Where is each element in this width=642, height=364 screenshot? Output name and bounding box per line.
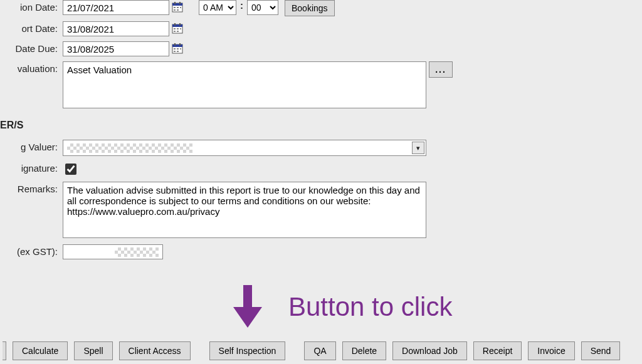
- chevron-down-icon[interactable]: ▾: [412, 142, 424, 154]
- svg-rect-3: [179, 2, 181, 4]
- send-button[interactable]: Send: [581, 341, 621, 360]
- spell-button[interactable]: Spell: [74, 341, 112, 360]
- svg-rect-16: [174, 31, 176, 32]
- svg-rect-19: [172, 44, 182, 47]
- report-date-input[interactable]: [63, 21, 169, 36]
- valuation-lookup-button[interactable]: ...: [429, 61, 453, 78]
- svg-rect-2: [174, 2, 176, 4]
- svg-rect-26: [177, 51, 179, 52]
- annotation-overlay: Button to click: [232, 285, 452, 329]
- remarks-label: Remarks:: [0, 182, 63, 194]
- annotation-text: Button to click: [288, 292, 452, 322]
- gst-label: (ex GST):: [0, 244, 63, 257]
- time-minutes-select[interactable]: 00: [247, 0, 278, 15]
- svg-rect-12: [179, 23, 181, 26]
- date-due-calendar-button[interactable]: [171, 41, 184, 55]
- calculate-button[interactable]: Calculate: [13, 341, 68, 360]
- download-job-button[interactable]: Download Job: [392, 341, 467, 360]
- svg-rect-5: [177, 7, 179, 8]
- inspection-date-label: ion Date:: [0, 0, 63, 13]
- svg-rect-13: [174, 28, 176, 29]
- valuation-textarea[interactable]: [63, 61, 426, 108]
- valuation-label: valuation:: [0, 61, 63, 74]
- qa-button[interactable]: QA: [304, 341, 335, 360]
- inspection-date-calendar-button[interactable]: [171, 0, 184, 14]
- svg-rect-7: [174, 9, 176, 11]
- svg-rect-15: [180, 28, 181, 29]
- calendar-icon: [172, 43, 183, 54]
- report-date-label: ort Date:: [0, 21, 63, 34]
- signature-label: ignature:: [0, 161, 63, 174]
- remarks-textarea[interactable]: [63, 182, 426, 238]
- valuer-label: g Valuer:: [0, 140, 63, 152]
- calendar-icon: [172, 23, 183, 34]
- svg-rect-11: [174, 23, 176, 26]
- svg-rect-1: [172, 3, 182, 6]
- svg-rect-8: [177, 9, 179, 11]
- valuers-section-heading: ER/S: [0, 120, 642, 131]
- signature-checkbox[interactable]: [65, 164, 76, 175]
- report-date-calendar-button[interactable]: [171, 21, 184, 35]
- self-inspection-button[interactable]: Self Inspection: [209, 341, 286, 360]
- svg-rect-22: [174, 48, 176, 49]
- receipt-button[interactable]: Receipt: [473, 341, 522, 360]
- delete-button[interactable]: Delete: [342, 341, 386, 360]
- calendar-icon: [172, 1, 183, 13]
- invoice-button[interactable]: Invoice: [528, 341, 574, 360]
- svg-rect-4: [174, 7, 176, 8]
- valuer-redacted-value: [67, 143, 192, 153]
- gst-input[interactable]: [63, 244, 163, 259]
- svg-rect-6: [180, 7, 181, 8]
- client-access-button[interactable]: Client Access: [119, 341, 191, 360]
- inspection-date-input[interactable]: [63, 0, 169, 15]
- svg-rect-25: [174, 51, 176, 52]
- bottom-button-bar: Calculate Spell Client Access Self Inspe…: [0, 341, 620, 360]
- bookings-button[interactable]: Bookings: [285, 0, 335, 16]
- date-due-label: Date Due:: [0, 41, 63, 54]
- svg-rect-17: [177, 31, 179, 32]
- svg-rect-20: [174, 43, 176, 46]
- partial-leading-button[interactable]: [3, 341, 6, 360]
- arrow-down-icon: [232, 285, 263, 329]
- svg-rect-10: [172, 24, 182, 27]
- svg-rect-21: [179, 43, 181, 46]
- valuer-select[interactable]: ▾: [63, 140, 426, 156]
- date-due-input[interactable]: [63, 41, 169, 56]
- time-colon: :: [240, 0, 243, 11]
- svg-rect-14: [177, 28, 179, 29]
- time-ampm-select[interactable]: 0 AM: [199, 0, 236, 15]
- gst-redacted-value: [115, 247, 159, 257]
- svg-rect-24: [180, 48, 181, 49]
- svg-rect-23: [177, 48, 179, 49]
